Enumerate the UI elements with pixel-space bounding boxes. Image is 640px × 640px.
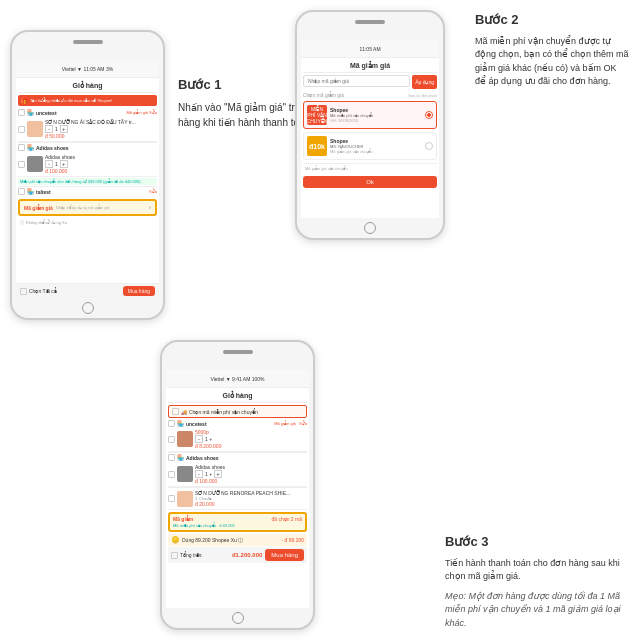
- p3-item1-price: đ 8.200.000: [195, 443, 307, 449]
- p3-all-checkbox[interactable]: [171, 552, 178, 559]
- p3-shop2-header: 🏪 Adidas shoes: [168, 452, 307, 462]
- p3-freeship-badge: Mã miễn phí vận chuyển · đ 40.000: [173, 523, 302, 528]
- p3-shop2-icon: 🏪: [177, 454, 184, 461]
- voucher1-radio[interactable]: [425, 111, 433, 119]
- p3-item3-checkbox[interactable]: [168, 495, 175, 502]
- item1-qty-plus[interactable]: +: [60, 125, 68, 133]
- select-freeship-row: 🚚 Chọn mã miễn phí vận chuyển: [168, 405, 307, 418]
- chon-tat-ca-checkbox[interactable]: [20, 288, 27, 295]
- xu-value: - đ 89.200: [281, 537, 304, 543]
- phone3-title: Giỏ hàng: [168, 390, 307, 403]
- p3-shop2-checkbox[interactable]: [168, 454, 175, 461]
- freeship-truck-icon: 🚚: [181, 409, 187, 415]
- chevron-right-icon: ›: [149, 204, 151, 211]
- item2-img: [27, 156, 43, 172]
- phone2-notch: [355, 20, 385, 24]
- voucher1-detail: HH: 30/09/2018: [330, 118, 422, 123]
- p3-item2-qty-ctrl: - 1 + +: [195, 470, 307, 478]
- p3-item1-minus[interactable]: -: [195, 435, 203, 443]
- shop1-btn[interactable]: Mã giảm giá Sửa: [126, 110, 157, 115]
- total-value: đ1.200.000: [232, 552, 262, 558]
- item1-qty-minus[interactable]: -: [45, 125, 53, 133]
- shop3-btn[interactable]: Sửa: [149, 189, 157, 194]
- apply-btn[interactable]: Áp dụng: [412, 75, 437, 89]
- voucher1[interactable]: MIỄN PHÍ VẬN CHUYỂN Shopee Mã miễn phí v…: [303, 101, 437, 129]
- voucher2-radio[interactable]: [425, 142, 433, 150]
- item1-price: đ 50.000: [45, 133, 157, 139]
- p3-item2-plus[interactable]: +: [214, 470, 222, 478]
- p3-item1-qty-ctrl: - 1 +: [195, 435, 307, 443]
- phone2-home-btn[interactable]: [364, 222, 376, 234]
- ma-giam-label: Mã giảm giá: [24, 205, 53, 211]
- p3-item3-img: [177, 491, 193, 507]
- mua-hang-btn-1[interactable]: Mua hàng: [123, 286, 155, 296]
- step2-title: Bước 2: [475, 10, 630, 31]
- phone3-notch: [223, 350, 253, 354]
- p3-item1-checkbox[interactable]: [168, 436, 175, 443]
- p3-ma-giam-label: Mã giảm: [173, 516, 193, 522]
- phone1-home-btn[interactable]: [82, 302, 94, 314]
- item2-qty-plus[interactable]: +: [60, 160, 68, 168]
- shop2-icon: 🏪: [27, 144, 34, 151]
- phone1-checkout-bar: Chọn Tất cả Mua hàng: [16, 283, 159, 298]
- shop1-icon: 🏪: [27, 109, 34, 116]
- mua-hang-btn-3[interactable]: Mua hàng: [265, 549, 304, 561]
- shop3-checkbox[interactable]: [18, 188, 25, 195]
- shop1-header: 🏪 uncetest Mã giảm giá Sửa: [18, 108, 157, 117]
- phone3-screen: Viettel ▼ 9:41 AM 100% Giỏ hàng 🚚 Chọn m…: [166, 370, 309, 608]
- shop3-header: 🏪 taltest Sửa: [18, 186, 157, 196]
- step3-tip: Mẹo: Một đơn hàng được dùng tối đa 1 Mã …: [445, 590, 630, 631]
- p3-item2-checkbox[interactable]: [168, 471, 175, 478]
- shop3-name: taltest: [36, 189, 51, 195]
- p3-shop1-mgg[interactable]: Mã giảm giá · Sửa: [274, 421, 307, 426]
- p3-item1-img: [177, 431, 193, 447]
- item2-checkbox[interactable]: [18, 161, 25, 168]
- shop2-checkbox[interactable]: [18, 144, 25, 151]
- shop1-checkbox[interactable]: [18, 109, 25, 116]
- p3-ma-giam-bar[interactable]: Mã giảm đã chọn 2 mã Mã miễn phí vận chu…: [168, 512, 307, 532]
- p3-item2-minus[interactable]: -: [195, 470, 203, 478]
- item2-qty-minus[interactable]: -: [45, 160, 53, 168]
- freeship-checkbox[interactable]: [172, 408, 179, 415]
- phone2-screen: 11:05 AM Mã giảm giá Áp dụng Chọn mã giả…: [301, 40, 439, 218]
- phone3-home-btn[interactable]: [232, 612, 244, 624]
- p3-item1: 5000p - 1 + đ 8.200.000: [168, 427, 307, 452]
- item1-checkbox[interactable]: [18, 126, 25, 133]
- phone3-status-bar: Viettel ▼ 9:41 AM 100%: [166, 370, 309, 388]
- step2-desc: Mã miễn phí vận chuyển được tự động chọn…: [475, 35, 630, 89]
- phone2-search-row: Áp dụng: [303, 75, 437, 89]
- info-icon: ⓘ: [20, 220, 24, 225]
- phone2-status-bar: 11:05 AM: [301, 40, 439, 58]
- phone1-screen: Viettel ▼ 11:05 AM 3% Giỏ hàng 🎁 Tận hưở…: [16, 60, 159, 298]
- phone3-frame: Viettel ▼ 9:41 AM 100% Giỏ hàng 🚚 Chọn m…: [160, 340, 315, 630]
- p3-shop1-name: uncetest: [186, 421, 207, 427]
- freeship-note: Miễn phí vận chuyển cho đơn hàng từ 499.…: [18, 178, 157, 185]
- ok-btn[interactable]: Ok: [303, 176, 437, 188]
- p3-shop1-checkbox[interactable]: [168, 420, 175, 427]
- phone2-frame: 11:05 AM Mã giảm giá Áp dụng Chọn mã giả…: [295, 10, 445, 240]
- p3-ma-giam-status: đã chọn 2 mã: [271, 516, 302, 522]
- step3-instruction: Bước 3 Tiến hành thanh toán cho đơn hàng…: [445, 532, 630, 630]
- item2-qty: 1: [55, 161, 58, 167]
- voucher2[interactable]: đ10k Shopee MS: NAVOUCHER Mã giảm giá vậ…: [303, 132, 437, 160]
- p3-shop1-icon: 🏪: [177, 420, 184, 427]
- phone1-frame: Viettel ▼ 11:05 AM 3% Giỏ hàng 🎁 Tận hưở…: [10, 30, 165, 320]
- item2-qty-ctrl: - 1 +: [45, 160, 157, 168]
- phone1-notch: [73, 40, 103, 44]
- phone2-title: Mã giảm giá: [303, 60, 437, 73]
- ma-giam-bar[interactable]: Mã giảm giá Nhập để áp dụng mã giảm giá …: [18, 199, 157, 216]
- ma-giam-placeholder: Nhập để áp dụng mã giảm giá: [56, 205, 146, 210]
- item1-qty: 1: [55, 126, 58, 132]
- voucher-input[interactable]: [303, 75, 410, 87]
- p3-item2-img: [177, 466, 193, 482]
- p3-shop2-name: Adidas shoes: [186, 455, 219, 461]
- p3-item3-price: đ 20.000: [195, 501, 307, 507]
- phone1-content: Giỏ hàng 🎁 Tận hưởng nhiều ưu đãi mua sắ…: [16, 78, 159, 298]
- item2-price: đ 100.000: [45, 168, 157, 174]
- total-label: Tổng tiền:: [180, 552, 203, 558]
- chon-tat-ca-label: Chọn Tất cả: [29, 288, 57, 294]
- item1-qty-ctrl: - 1 +: [45, 125, 157, 133]
- can-choose-text: ban co the chon: [409, 93, 437, 98]
- shop3-icon: 🏪: [27, 188, 34, 195]
- cart-item-1: SƠN DƯỠNG ÁI SẮC ĐỎ ĐẦU TÂY tr... - 1 + …: [18, 117, 157, 142]
